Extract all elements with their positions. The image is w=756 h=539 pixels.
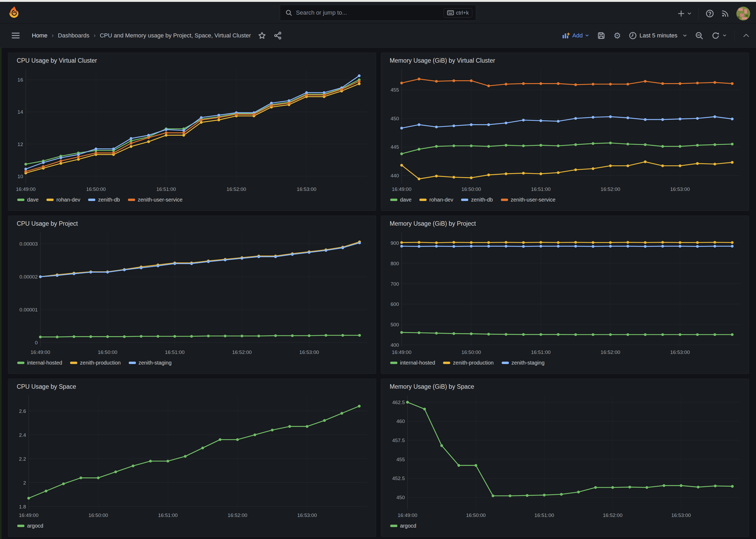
series-point-argocd: [423, 408, 426, 410]
series-point-internal-hosted: [291, 334, 294, 337]
series-point-zenith-staging: [592, 245, 594, 248]
refresh-button[interactable]: [712, 31, 726, 40]
time-range-picker[interactable]: Last 5 minutes: [629, 32, 687, 39]
series-point-zenith-db: [95, 148, 97, 150]
legend-item-rohan-dev[interactable]: rohan-dev: [46, 197, 80, 203]
legend-item-zenith-user-service[interactable]: zenith-user-service: [501, 197, 556, 203]
breadcrumb-home[interactable]: Home: [32, 32, 47, 39]
chart-cpu-by-project[interactable]: 00.000010.000020.0000316:49:0016:50:0016…: [13, 230, 371, 356]
panel-title[interactable]: Memory Usage (GiB) by Project: [386, 218, 744, 230]
legend-swatch: [461, 198, 468, 201]
series-point-zenith-user-service: [574, 83, 577, 86]
chart-cpu-by-virtual-cluster[interactable]: 1012141616:49:0016:50:0016:51:0016:52:00…: [13, 67, 371, 193]
legend-item-zenith-production[interactable]: zenith-production: [443, 360, 494, 366]
panel-title[interactable]: CPU Usage by Project: [13, 218, 371, 230]
series-point-argocd: [560, 493, 563, 496]
series-point-internal-hosted: [190, 335, 193, 338]
legend-item-zenith-db[interactable]: zenith-db: [88, 197, 120, 203]
series-point-zenith-production: [609, 241, 612, 244]
series-point-dave: [400, 152, 403, 155]
series-point-rohan-dev: [77, 158, 80, 161]
grafana-logo[interactable]: [7, 6, 21, 19]
series-point-zenith-production: [452, 241, 455, 244]
chart-memory-by-project[interactable]: 40050060070080090016:49:0016:50:0016:51:…: [386, 230, 744, 356]
dashboard-settings-button[interactable]: ⚙: [613, 31, 621, 40]
legend-label: dave: [400, 197, 411, 203]
legend-item-rohan-dev[interactable]: rohan-dev: [419, 197, 453, 203]
series-point-dave: [661, 145, 664, 148]
panel-title[interactable]: CPU Usage by Virtual Cluster: [13, 55, 371, 67]
legend-label: zenith-db: [98, 197, 120, 203]
series-point-rohan-dev: [182, 134, 185, 136]
legend-item-zenith-db[interactable]: zenith-db: [461, 197, 493, 203]
series-line-rohan-dev: [26, 84, 359, 173]
legend-item-argocd[interactable]: argocd: [390, 523, 416, 529]
y-tick-label: 600: [390, 301, 399, 307]
legend-item-argocd[interactable]: argocd: [17, 523, 43, 529]
series-point-rohan-dev: [714, 163, 716, 165]
help-button[interactable]: [706, 9, 714, 18]
y-tick-label: 14: [18, 109, 23, 115]
user-avatar[interactable]: [736, 7, 750, 21]
chart-legend: daverohan-devzenith-dbzenith-user-servic…: [13, 193, 371, 206]
series-point-zenith-user-service: [522, 82, 525, 85]
legend-item-internal-hosted[interactable]: internal-hosted: [390, 360, 435, 366]
news-rss-button[interactable]: [721, 9, 729, 18]
series-point-zenith-db: [505, 121, 507, 124]
search-input[interactable]: [296, 9, 444, 16]
zoom-out-time-button[interactable]: [695, 31, 704, 40]
series-point-zenith-user-service: [731, 82, 733, 85]
y-tick-label: 0: [35, 340, 38, 346]
chart-canvas: 1.822.22.42.616:49:0016:50:0016:51:0016:…: [13, 393, 371, 520]
window-top-edge: [0, 0, 756, 2]
legend-item-zenith-production[interactable]: zenith-production: [70, 360, 120, 366]
share-button[interactable]: [274, 31, 282, 40]
y-tick-label: 700: [390, 281, 399, 287]
series-point-zenith-user-service: [418, 78, 420, 80]
x-tick-label: 16:52:00: [232, 349, 252, 355]
series-point-zenith-db: [305, 91, 308, 94]
series-point-rohan-dev: [661, 164, 664, 167]
chart-memory-by-virtual-cluster[interactable]: 44044545045516:49:0016:50:0016:51:0016:5…: [386, 67, 744, 193]
panel-title[interactable]: Memory Usage (GiB) by Space: [386, 382, 744, 393]
series-point-zenith-db: [59, 156, 62, 159]
legend-item-internal-hosted[interactable]: internal-hosted: [17, 360, 62, 366]
series-point-rohan-dev: [130, 145, 132, 148]
series-point-zenith-db: [147, 134, 150, 136]
breadcrumb-dashboards[interactable]: Dashboards: [58, 32, 90, 39]
series-point-internal-hosted: [644, 333, 647, 336]
legend-item-zenith-staging[interactable]: zenith-staging: [129, 360, 172, 366]
chart-memory-by-space[interactable]: 450452.5455457.5460462.516:49:0016:50:00…: [386, 393, 744, 520]
menu-toggle-button[interactable]: [11, 32, 20, 39]
legend-label: zenith-production: [453, 360, 494, 366]
series-point-internal-hosted: [452, 332, 455, 335]
new-menu-button[interactable]: [677, 10, 692, 18]
legend-item-zenith-user-service[interactable]: zenith-user-service: [128, 197, 183, 203]
favorite-star-button[interactable]: [258, 31, 266, 40]
search-icon: [285, 9, 292, 16]
collapse-toolbar-button[interactable]: [743, 33, 750, 38]
panel-title[interactable]: CPU Usage by Space: [13, 382, 371, 393]
legend-item-dave[interactable]: dave: [390, 197, 411, 203]
breadcrumb-dashboard-title: CPU and Memory usage by Project, Space, …: [100, 32, 251, 39]
series-point-argocd: [184, 455, 187, 457]
series-line-rohan-dev: [402, 162, 732, 179]
chart-cpu-by-space[interactable]: 1.822.22.42.616:49:0016:50:0016:51:0016:…: [13, 393, 371, 520]
add-panel-button[interactable]: Add: [562, 32, 589, 39]
series-point-zenith-staging: [539, 245, 542, 248]
save-dashboard-button[interactable]: [597, 31, 605, 40]
series-point-zenith-db: [25, 168, 27, 170]
series-point-zenith-staging: [190, 262, 193, 265]
legend-item-dave[interactable]: dave: [17, 197, 38, 203]
panel-title[interactable]: Memory Usage (GiB) by Virtual Cluster: [386, 55, 744, 67]
series-point-zenith-staging: [72, 272, 75, 275]
series-point-argocd: [27, 497, 30, 500]
series-point-zenith-staging: [140, 267, 143, 269]
x-tick-label: 16:51:00: [158, 512, 177, 518]
y-tick-label: 900: [390, 240, 399, 246]
legend-item-zenith-staging[interactable]: zenith-staging: [502, 360, 545, 366]
legend-swatch: [502, 362, 509, 364]
chart-legend: argocd: [13, 520, 371, 532]
global-search[interactable]: ctrl+k: [280, 5, 476, 21]
breadcrumb-separator: ›: [52, 32, 54, 39]
